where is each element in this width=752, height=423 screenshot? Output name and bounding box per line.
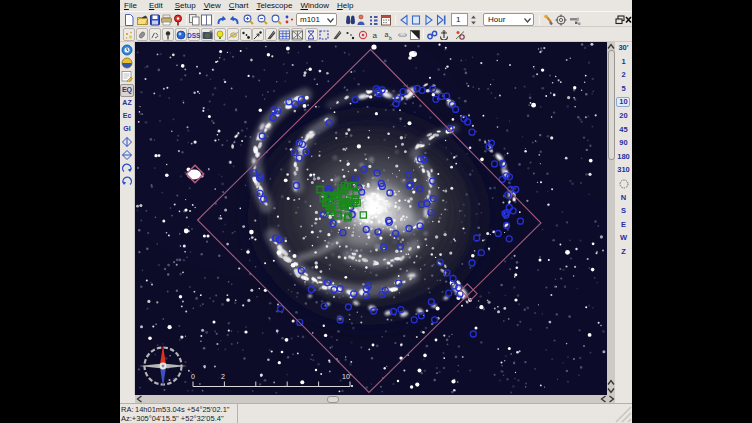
svg-text:DSS: DSS — [187, 32, 201, 39]
svg-text:a: a — [385, 31, 389, 38]
svg-text:b: b — [389, 35, 392, 41]
svg-text:a: a — [373, 31, 378, 40]
svg-text:2: 2 — [221, 373, 225, 380]
svg-text:0: 0 — [191, 373, 195, 380]
svg-text:10': 10' — [342, 373, 351, 380]
